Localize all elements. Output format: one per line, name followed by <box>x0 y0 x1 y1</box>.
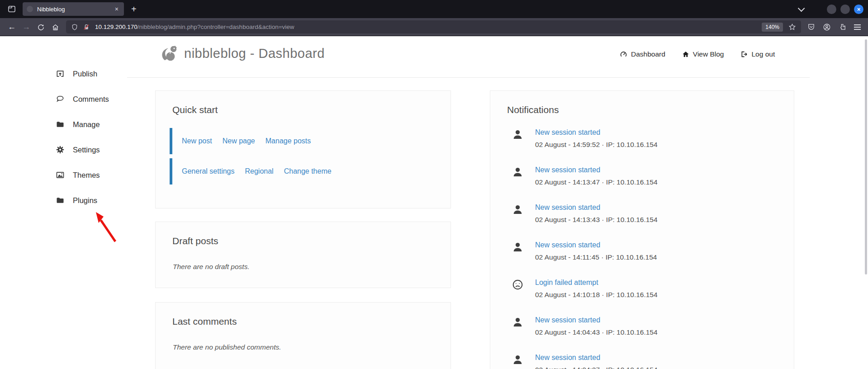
nav-label: View Blog <box>693 50 724 58</box>
sidebar-item-manage[interactable]: Manage <box>55 118 109 131</box>
sidebar-label: Settings <box>73 146 100 154</box>
quick-start-link[interactable]: New post <box>182 137 212 145</box>
last-comments-panel: Last comments There are no published com… <box>155 302 451 369</box>
window-maximize-button[interactable] <box>840 5 850 14</box>
browser-toolbar: ← → 10.129.200.170/nibbleblog/admin.php?… <box>0 18 868 36</box>
gear-icon <box>55 145 65 154</box>
sidebar-item-themes[interactable]: Themes <box>55 169 109 181</box>
home-button[interactable] <box>48 22 62 32</box>
notification-title-link[interactable]: New session started <box>535 126 658 138</box>
panel-title: Last comments <box>172 316 451 327</box>
user-icon <box>512 134 524 142</box>
sidebar-label: Plugins <box>73 196 97 205</box>
firefox-view-icon[interactable] <box>6 4 17 14</box>
menu-hamburger-icon[interactable] <box>854 24 861 30</box>
quick-start-link[interactable]: Manage posts <box>266 137 311 145</box>
extensions-puzzle-icon[interactable] <box>839 23 846 31</box>
themes-image-icon <box>55 170 65 180</box>
notification-item: New session started 02 August - 14:13:43… <box>512 201 794 226</box>
panel-title: Notifications <box>507 104 794 115</box>
notification-meta: 02 August - 14:11:45 · IP: 10.10.16.154 <box>535 253 657 261</box>
bookmark-star-icon[interactable] <box>788 23 796 31</box>
notification-title-link[interactable]: New session started <box>535 351 658 364</box>
notification-item: New session started 02 August - 14:13:47… <box>512 164 794 188</box>
notification-item: New session started 02 August - 14:04:27… <box>512 351 794 369</box>
user-icon <box>512 322 524 330</box>
tab-close-icon[interactable]: × <box>114 5 120 13</box>
back-button[interactable]: ← <box>5 22 19 32</box>
pocket-icon[interactable] <box>807 23 815 31</box>
notification-meta: 02 August - 14:04:43 · IP: 10.10.16.154 <box>535 328 658 336</box>
forward-button[interactable]: → <box>19 22 33 32</box>
log-out-icon <box>740 51 748 58</box>
quick-start-link[interactable]: New page <box>223 137 255 145</box>
zoom-level-badge[interactable]: 140% <box>762 23 783 32</box>
panel-title: Quick start <box>172 104 451 115</box>
sidebar-label: Themes <box>73 171 100 180</box>
account-icon[interactable] <box>823 23 831 31</box>
window-close-button[interactable]: × <box>854 5 863 14</box>
sidebar-item-publish[interactable]: Publish <box>55 67 109 80</box>
notification-meta: 02 August - 14:10:18 · IP: 10.10.16.154 <box>535 291 658 298</box>
reload-button[interactable] <box>33 22 48 32</box>
notification-title-link[interactable]: New session started <box>535 201 658 213</box>
notifications-panel: Notifications <box>490 90 794 369</box>
sad-face-icon <box>512 284 524 292</box>
notification-item: New session started 02 August - 14:11:45… <box>512 239 794 263</box>
list-all-tabs-chevron-icon[interactable] <box>798 5 805 12</box>
nav-log-out[interactable]: Log out <box>740 50 775 58</box>
notification-meta: 02 August - 14:04:27 · IP: 10.10.16.154 <box>535 366 658 369</box>
sidebar-label: Publish <box>73 70 97 78</box>
notifications-list: New session started 02 August - 14:59:52… <box>512 126 794 369</box>
sidebar: Publish Comments Manage <box>55 67 109 207</box>
insecure-lock-icon[interactable] <box>83 24 90 31</box>
notification-item: Login failed attempt 02 August - 14:10:1… <box>512 276 794 301</box>
top-nav: Dashboard View Blog Log out <box>620 50 775 58</box>
notification-title-link[interactable]: Login failed attempt <box>535 276 658 289</box>
url-path: /nibbleblog/admin.php?controller=dashboa… <box>138 24 294 30</box>
publish-icon <box>55 69 65 78</box>
user-icon <box>512 247 524 255</box>
quick-start-row: New postNew pageManage posts <box>170 128 451 154</box>
notification-meta: 02 August - 14:59:52 · IP: 10.10.16.154 <box>535 141 658 148</box>
notification-meta: 02 August - 14:13:47 · IP: 10.10.16.154 <box>535 178 658 186</box>
sidebar-label: Comments <box>73 95 109 104</box>
user-icon <box>512 172 524 180</box>
quick-start-row: General settingsRegionalChange theme <box>170 158 451 184</box>
panel-title: Draft posts <box>172 236 451 246</box>
comments-icon <box>55 95 65 104</box>
toolbar-right-icons <box>807 23 861 31</box>
tab-favicon <box>27 6 33 12</box>
quick-start-panel: Quick start New postNew pageManage posts… <box>155 90 451 208</box>
url-text: 10.129.200.170/nibbleblog/admin.php?cont… <box>95 24 294 30</box>
user-icon <box>512 360 524 367</box>
sidebar-item-settings[interactable]: Settings <box>55 143 109 156</box>
last-comments-empty-text: There are no published comments. <box>173 343 451 351</box>
sidebar-label: Manage <box>73 120 100 129</box>
browser-tab[interactable]: Nibbleblog × <box>23 2 124 16</box>
nav-view-blog[interactable]: View Blog <box>682 50 724 58</box>
sidebar-item-comments[interactable]: Comments <box>55 93 109 105</box>
window-minimize-button[interactable] <box>827 5 836 14</box>
quick-start-link[interactable]: Regional <box>245 167 274 175</box>
tab-title: Nibbleblog <box>37 6 114 13</box>
annotation-arrow-to-plugins <box>88 208 124 248</box>
quick-start-link[interactable]: General settings <box>182 167 235 175</box>
draft-posts-empty-text: There are no draft posts. <box>173 263 451 271</box>
notification-title-link[interactable]: New session started <box>535 164 658 176</box>
nav-dashboard[interactable]: Dashboard <box>620 50 665 58</box>
dashboard-gauge-icon <box>620 51 627 58</box>
nibbleblog-squirrel-logo <box>160 44 179 63</box>
quick-start-link[interactable]: Change theme <box>284 167 332 175</box>
folder-icon <box>55 196 65 205</box>
page-scrollbar-thumb[interactable] <box>865 39 867 274</box>
new-tab-button[interactable]: + <box>131 4 137 14</box>
page-content: Publish Comments Manage <box>0 37 868 369</box>
draft-posts-panel: Draft posts There are no draft posts. <box>155 222 451 288</box>
page-title: nibbleblog - Dashboard <box>184 46 325 61</box>
shield-icon[interactable] <box>71 24 78 31</box>
url-bar[interactable]: 10.129.200.170/nibbleblog/admin.php?cont… <box>66 20 801 33</box>
notification-title-link[interactable]: New session started <box>535 314 658 326</box>
sidebar-item-plugins[interactable]: Plugins <box>55 194 109 207</box>
notification-title-link[interactable]: New session started <box>535 239 657 251</box>
